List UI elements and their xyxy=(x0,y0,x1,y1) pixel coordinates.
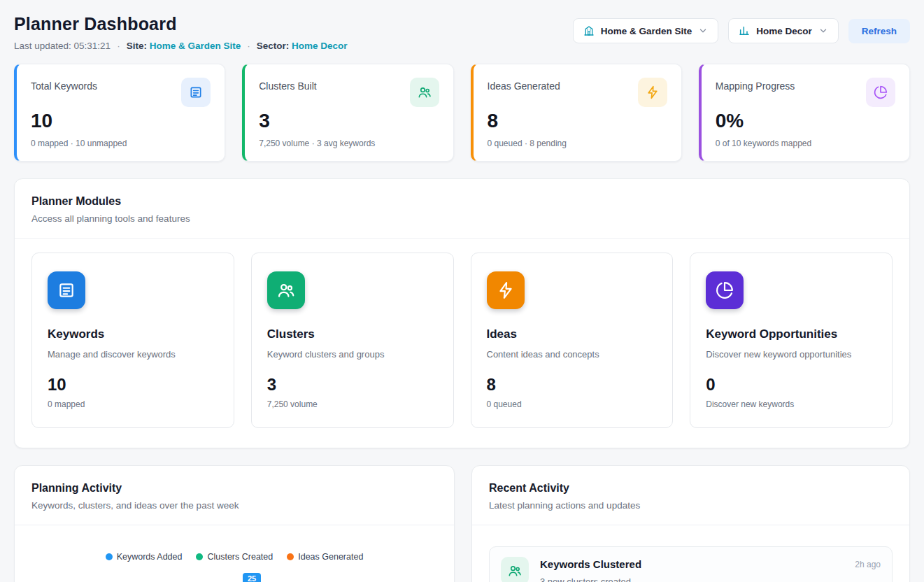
module-title: Clusters xyxy=(267,327,438,341)
module-description: Manage and discover keywords xyxy=(48,349,218,360)
separator-dot: · xyxy=(247,41,250,51)
header-left: Planner Dashboard Last updated: 05:31:21… xyxy=(14,14,348,51)
chevron-down-icon xyxy=(818,26,828,36)
sector-label: Sector: xyxy=(257,41,290,51)
bar-chart-icon xyxy=(739,25,750,36)
legend-dot-blue xyxy=(106,553,113,560)
stat-card-header: Total Keywords xyxy=(31,78,211,107)
module-value: 3 xyxy=(267,375,438,395)
module-value: 0 xyxy=(706,375,876,395)
module-description: Keyword clusters and groups xyxy=(267,349,438,360)
clusters-icon xyxy=(410,78,439,107)
activity-item-text: Keywords Clustered 3 new clusters create… xyxy=(540,557,844,582)
planning-activity-body: Keywords Added Clusters Created Ideas Ge… xyxy=(15,525,454,582)
legend-label: Clusters Created xyxy=(207,552,273,562)
activity-item-description: 3 new clusters created xyxy=(540,576,844,582)
stat-card-clusters-built: Clusters Built 3 7,250 volume · 3 avg ke… xyxy=(242,64,453,162)
last-updated-text: Last updated: 05:31:21 xyxy=(14,41,111,51)
planner-modules-section: Planner Modules Access all planning tool… xyxy=(14,178,910,448)
page-title: Planner Dashboard xyxy=(14,14,348,34)
stat-card-ideas-generated: Ideas Generated 8 0 queued · 8 pending xyxy=(471,64,682,162)
sector-meta: Sector: Home Decor xyxy=(257,41,348,51)
site-selector[interactable]: Home & Garden Site xyxy=(573,18,719,43)
clusters-icon xyxy=(267,271,305,309)
lightning-icon xyxy=(487,271,525,309)
modules-header: Planner Modules Access all planning tool… xyxy=(15,179,909,239)
module-detail: 0 queued xyxy=(487,399,658,409)
sector-selector[interactable]: Home Decor xyxy=(728,18,839,43)
site-label: Site: xyxy=(127,41,147,51)
separator-dot: · xyxy=(117,41,120,51)
recent-activity-list: Keywords Clustered 3 new clusters create… xyxy=(472,525,909,582)
planning-activity-card: Planning Activity Keywords, clusters, an… xyxy=(14,465,455,582)
module-card-ideas[interactable]: Ideas Content ideas and concepts 8 0 que… xyxy=(471,253,674,428)
module-title: Keyword Opportunities xyxy=(706,327,876,341)
stat-label: Mapping Progress xyxy=(716,78,795,92)
legend-label: Keywords Added xyxy=(117,552,183,562)
bottom-row: Planning Activity Keywords, clusters, an… xyxy=(14,465,910,582)
stat-card-mapping-progress: Mapping Progress 0% 0 of 10 keywords map… xyxy=(699,64,910,162)
pie-chart-icon xyxy=(706,271,744,309)
stat-card-header: Ideas Generated xyxy=(488,78,667,107)
stats-row: Total Keywords 10 0 mapped · 10 unmapped… xyxy=(14,64,910,162)
modules-subtitle: Access all planning tools and features xyxy=(31,213,893,224)
stat-value: 3 xyxy=(259,110,439,132)
module-detail: 0 mapped xyxy=(48,399,218,409)
chart-legend: Keywords Added Clusters Created Ideas Ge… xyxy=(31,552,437,562)
planner-dashboard-page: Planner Dashboard Last updated: 05:31:21… xyxy=(0,0,924,582)
module-card-keywords[interactable]: Keywords Manage and discover keywords 10… xyxy=(31,253,234,428)
clusters-icon xyxy=(501,557,529,582)
legend-dot-green xyxy=(196,553,203,560)
module-description: Content ideas and concepts xyxy=(487,349,658,360)
activity-item-time: 2h ago xyxy=(855,557,881,569)
module-value: 8 xyxy=(487,375,658,395)
keywords-icon xyxy=(181,78,211,107)
legend-item-ideas-generated: Ideas Generated xyxy=(287,552,363,562)
modules-title: Planner Modules xyxy=(31,195,893,208)
stat-value: 0% xyxy=(716,110,895,132)
stat-detail: 7,250 volume · 3 avg keywords xyxy=(259,139,439,148)
module-card-keyword-opportunities[interactable]: Keyword Opportunities Discover new keywo… xyxy=(690,253,893,428)
module-card-clusters[interactable]: Clusters Keyword clusters and groups 3 7… xyxy=(251,253,454,428)
legend-label: Ideas Generated xyxy=(298,552,363,562)
stat-label: Clusters Built xyxy=(259,78,316,92)
module-title: Ideas xyxy=(487,327,658,341)
stat-label: Ideas Generated xyxy=(488,78,560,92)
site-link[interactable]: Home & Garden Site xyxy=(150,41,241,51)
sector-link[interactable]: Home Decor xyxy=(292,41,348,51)
site-selector-label: Home & Garden Site xyxy=(601,26,692,36)
module-title: Keywords xyxy=(48,327,218,341)
stat-card-header: Clusters Built xyxy=(259,78,439,107)
legend-item-keywords-added: Keywords Added xyxy=(106,552,183,562)
planning-activity-subtitle: Keywords, clusters, and ideas over the p… xyxy=(31,500,437,511)
header-meta: Last updated: 05:31:21 · Site: Home & Ga… xyxy=(14,41,348,51)
module-detail: Discover new keywords xyxy=(706,399,876,409)
stat-detail: 0 queued · 8 pending xyxy=(488,139,667,148)
module-description: Discover new keyword opportunities xyxy=(706,349,876,360)
stat-label: Total Keywords xyxy=(31,78,97,92)
activity-area-chart: 25 25 24 xyxy=(31,572,437,582)
recent-activity-header: Recent Activity Latest planning actions … xyxy=(472,466,909,525)
planning-activity-title: Planning Activity xyxy=(31,482,437,495)
page-header: Planner Dashboard Last updated: 05:31:21… xyxy=(14,14,910,51)
lightning-icon xyxy=(638,78,667,107)
keywords-icon xyxy=(48,271,85,309)
area-chart-canvas: 25 xyxy=(31,572,437,582)
point-label-peak: 25 xyxy=(243,573,261,582)
refresh-button[interactable]: Refresh xyxy=(848,19,910,43)
recent-activity-title: Recent Activity xyxy=(489,482,893,495)
recent-activity-subtitle: Latest planning actions and updates xyxy=(489,500,893,511)
stat-value: 10 xyxy=(31,110,211,132)
chevron-down-icon xyxy=(698,26,708,36)
activity-item-keywords-clustered: Keywords Clustered 3 new clusters create… xyxy=(489,546,893,582)
sector-selector-label: Home Decor xyxy=(756,26,812,36)
site-meta: Site: Home & Garden Site xyxy=(127,41,241,51)
legend-item-clusters-created: Clusters Created xyxy=(196,552,273,562)
building-icon xyxy=(583,25,595,36)
modules-grid: Keywords Manage and discover keywords 10… xyxy=(15,239,909,448)
pie-chart-icon xyxy=(866,78,895,107)
activity-item-title: Keywords Clustered xyxy=(540,557,844,570)
recent-activity-card: Recent Activity Latest planning actions … xyxy=(471,465,910,582)
header-controls: Home & Garden Site Home Decor Refresh xyxy=(573,18,910,43)
module-value: 10 xyxy=(48,375,218,395)
